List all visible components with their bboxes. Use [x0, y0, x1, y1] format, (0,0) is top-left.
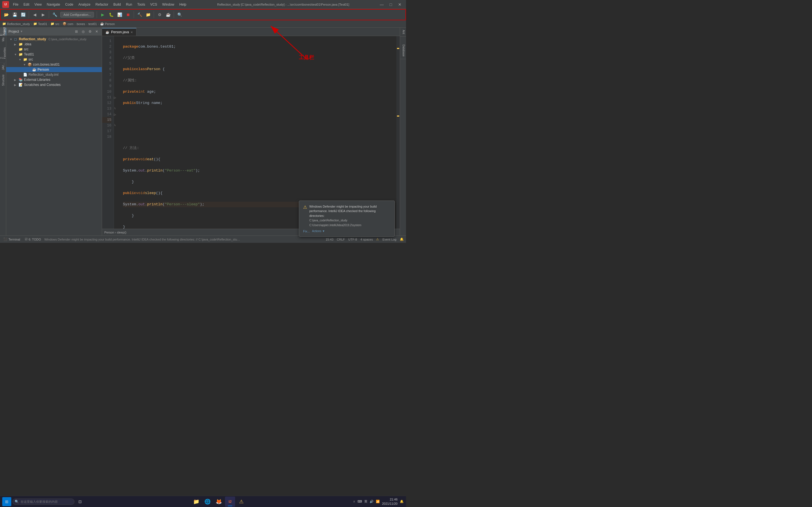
close-button[interactable]: ✕: [396, 2, 404, 7]
run-button[interactable]: ▶: [99, 11, 107, 18]
code-content[interactable]: package com.bones.test01; //父类 public cl…: [119, 36, 396, 229]
settings-button[interactable]: ⚙: [156, 11, 163, 18]
block-end-16: ╰: [114, 124, 116, 127]
activity-ma[interactable]: Ma: [0, 36, 6, 43]
open-folder-button[interactable]: 📂: [2, 11, 10, 18]
menu-item-navigate[interactable]: Navigate: [45, 2, 62, 7]
status-indent[interactable]: 4 spaces: [360, 238, 373, 241]
tree-item-test01[interactable]: ▼ 📁 Test01: [6, 52, 102, 57]
run-with-coverage-button[interactable]: 📊: [116, 11, 123, 18]
activity-project[interactable]: 1: Project: [0, 27, 6, 36]
class-icon: ☕: [100, 22, 104, 25]
breadcrumb-person[interactable]: ☕ Person: [100, 22, 115, 25]
line-numbers: 1 2 3 4 5 6 7 8 9 10 11 12 13 14 15 16 1: [102, 36, 114, 229]
toolbar-separator-3: [97, 11, 97, 18]
scroll-gutter: [396, 36, 400, 229]
maximize-button[interactable]: □: [387, 2, 395, 7]
database-tab[interactable]: Database: [400, 42, 406, 59]
menu-item-analyze[interactable]: Analyze: [76, 2, 93, 7]
java-file-icon: ☕: [105, 31, 109, 34]
add-configuration-button[interactable]: Add Configuration...: [60, 12, 94, 17]
menu-item-code[interactable]: Code: [63, 2, 75, 7]
breadcrumb-com[interactable]: 📦 com: [63, 22, 73, 25]
terminal-label[interactable]: Terminal: [8, 238, 20, 241]
breadcrumb-bones[interactable]: bones: [77, 22, 85, 25]
breadcrumb-test01[interactable]: 📁 Test01: [33, 22, 47, 25]
event-log-label[interactable]: Event Log: [382, 238, 396, 241]
menu-item-file[interactable]: File: [11, 2, 20, 7]
activity-java[interactable]: JAV...: [0, 62, 6, 70]
status-time: 15:43: [326, 238, 334, 241]
project-dropdown-icon[interactable]: ▼: [20, 30, 23, 33]
titlebar-left: IJ FileEditViewNavigateCodeAnalyzeRefact…: [2, 1, 189, 8]
menu-item-build[interactable]: Build: [111, 2, 123, 7]
code-editor[interactable]: 1 2 3 4 5 6 7 8 9 10 11 12 13 14 15 16 1: [102, 36, 400, 229]
tree-item-reflection-study[interactable]: ▼ ◻ Reflection_study C:\java_code\Reflec…: [6, 37, 102, 42]
project-label: Project: [8, 30, 19, 34]
stop-button[interactable]: ⏹: [124, 11, 132, 18]
tree-item-src-test01[interactable]: ▼ 📁 src: [6, 57, 102, 62]
notifications-icon[interactable]: 🔔: [400, 237, 404, 241]
menu-item-tools[interactable]: Tools: [135, 2, 147, 7]
status-charset[interactable]: UTF-8: [348, 238, 357, 241]
code-gutter: ▷ ╰ ▷ ╰: [114, 36, 119, 229]
menu-item-run[interactable]: Run: [124, 2, 135, 7]
tree-item-idea[interactable]: ▶ 📁 .idea: [6, 42, 102, 47]
sync-button[interactable]: 🔄: [19, 11, 27, 18]
menu-item-refactor[interactable]: Refactor: [93, 2, 110, 7]
hide-panel-button[interactable]: ✕: [94, 29, 100, 34]
tree-item-package[interactable]: ▼ 📦 com.bones.test01: [6, 62, 102, 67]
terminal-tab[interactable]: ⬛ Terminal: [2, 237, 21, 242]
activity-favorites[interactable]: 2: Favorites: [0, 49, 6, 57]
toolbar-separator-1: [29, 11, 29, 18]
menu-item-edit[interactable]: Edit: [21, 2, 32, 7]
menu-item-view[interactable]: View: [32, 2, 44, 7]
gear-icon[interactable]: ⚙: [87, 29, 93, 34]
tree-item-scratches[interactable]: ▶ 📝 Scratches and Consoles: [6, 82, 102, 87]
collapse-all-button[interactable]: ⊞: [73, 29, 79, 34]
tab-close-button[interactable]: ✕: [131, 31, 133, 34]
todo-tab[interactable]: ☑ 6: TODO: [24, 237, 42, 242]
sdk-manager-button[interactable]: ☕: [164, 11, 172, 18]
menu-item-help[interactable]: Help: [177, 2, 189, 7]
breadcrumb-test01-pkg[interactable]: test01: [89, 22, 97, 25]
method-collapse-14[interactable]: ▷: [114, 113, 116, 116]
fix-link[interactable]: Fix...: [303, 230, 310, 233]
warning-icon: ⚠: [303, 205, 307, 210]
menu-item-vcs[interactable]: VCS: [148, 2, 160, 7]
menubar: FileEditViewNavigateCodeAnalyzeRefactorB…: [11, 2, 189, 7]
method-collapse-11[interactable]: ▷: [114, 96, 116, 99]
back-button[interactable]: ◀: [31, 11, 39, 18]
breadcrumb-src[interactable]: 📁 src: [50, 22, 59, 25]
menu-item-window[interactable]: Window: [160, 2, 176, 7]
titlebar: IJ FileEditViewNavigateCodeAnalyzeRefact…: [0, 0, 406, 9]
build-button[interactable]: 🔨: [136, 11, 144, 18]
tree-item-person[interactable]: ☕ Person: [6, 67, 102, 72]
ant-tab[interactable]: Ant: [400, 27, 406, 37]
event-log-icon[interactable]: ⚠: [376, 237, 379, 241]
scroll-from-source-button[interactable]: ◎: [80, 29, 86, 34]
activity-structure[interactable]: Structure: [0, 76, 6, 84]
search-everywhere-button[interactable]: 🔍: [175, 11, 184, 18]
minimize-button[interactable]: —: [378, 2, 386, 7]
tree-item-src-root[interactable]: 📁 src: [6, 47, 102, 52]
project-structure-button[interactable]: 📁: [144, 11, 152, 18]
folder-icon: 📁: [2, 22, 6, 25]
forward-button[interactable]: ▶: [39, 11, 47, 18]
tree-item-external-libraries[interactable]: ▶ 📚 External Libraries: [6, 77, 102, 82]
status-encoding[interactable]: CRLF: [337, 238, 345, 241]
notification-popup: ⚠ Windows Defender might be impacting yo…: [299, 201, 395, 237]
tab-person-java[interactable]: ☕ Person.java ✕: [102, 28, 137, 36]
recent-files-button[interactable]: 🔧: [51, 11, 59, 18]
todo-icon: ☑: [25, 237, 28, 241]
project-panel-header: Project ▼ ⊞ ◎ ⚙ ✕: [6, 27, 102, 36]
gutter-mark-2: [397, 115, 399, 117]
todo-label[interactable]: 6: TODO: [29, 238, 41, 241]
breadcrumb-reflection-study[interactable]: 📁 Reflection_study: [2, 22, 30, 25]
folder-icon-2: 📁: [33, 22, 37, 25]
debug-button[interactable]: 🐛: [107, 11, 115, 18]
tree-item-iml[interactable]: 📄 Reflection_study.iml: [6, 72, 102, 77]
editor-tabs: ☕ Person.java ✕: [102, 27, 400, 36]
save-button[interactable]: 💾: [11, 11, 18, 18]
actions-dropdown[interactable]: Actions ▼: [312, 230, 325, 233]
